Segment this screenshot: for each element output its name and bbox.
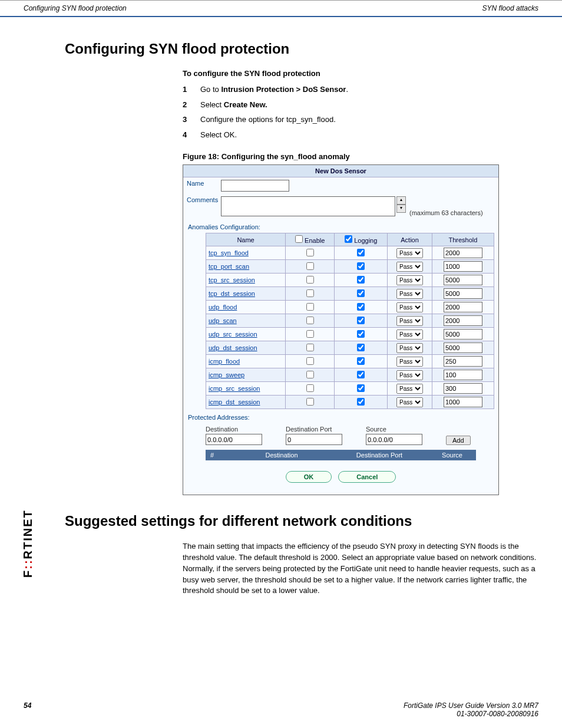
header-right: SYN flood attacks — [482, 4, 538, 12]
action-select[interactable]: Pass — [396, 316, 423, 326]
anomalies-header: Anomalies Configuration: — [183, 219, 498, 233]
step-2: Select Create New. — [200, 99, 267, 111]
port-input[interactable] — [286, 434, 342, 445]
anomaly-name[interactable]: udp_flood — [206, 301, 286, 314]
step-number: 3 — [183, 114, 200, 126]
procedure-title: To configure the SYN flood protection — [183, 69, 538, 78]
protected-header: Protected Addresses: — [183, 409, 498, 423]
src-label: Source — [366, 426, 422, 433]
threshold-input[interactable] — [444, 356, 482, 367]
col-logging[interactable]: Logging — [335, 233, 388, 246]
action-select[interactable]: Pass — [396, 370, 423, 380]
threshold-input[interactable] — [444, 248, 482, 258]
col-enable[interactable]: Enable — [286, 233, 335, 246]
comments-textarea[interactable] — [221, 196, 395, 216]
enable-checkbox[interactable] — [306, 289, 314, 297]
enable-checkbox[interactable] — [306, 330, 314, 338]
spinner-down-icon[interactable]: ▾ — [396, 205, 406, 213]
anomaly-name[interactable]: icmp_sweep — [206, 368, 286, 382]
col-threshold: Threshold — [432, 233, 494, 246]
action-select[interactable]: Pass — [396, 275, 423, 285]
action-select[interactable]: Pass — [396, 289, 423, 299]
enable-checkbox[interactable] — [306, 371, 314, 378]
anomaly-name[interactable]: icmp_src_session — [206, 382, 286, 396]
enable-checkbox[interactable] — [306, 249, 314, 256]
table-row: udp_scanPass — [206, 314, 494, 328]
table-row: udp_src_sessionPass — [206, 328, 494, 341]
threshold-input[interactable] — [444, 288, 482, 299]
action-select[interactable]: Pass — [396, 248, 423, 258]
table-row: tcp_src_sessionPass — [206, 274, 494, 287]
heading-configuring: Configuring SYN flood protection — [65, 41, 538, 57]
action-select[interactable]: Pass — [396, 262, 423, 272]
anomaly-name[interactable]: icmp_flood — [206, 355, 286, 368]
col-src: Source — [428, 450, 476, 460]
col-action: Action — [388, 233, 432, 246]
table-row: icmp_dst_sessionPass — [206, 396, 494, 409]
logging-all-checkbox[interactable] — [345, 235, 352, 243]
anomalies-table: Name Enable Logging Action Threshold tcp… — [206, 233, 494, 409]
threshold-input[interactable] — [444, 329, 482, 340]
spinner-up-icon[interactable]: ▴ — [396, 196, 406, 205]
src-input[interactable] — [366, 434, 422, 445]
logging-checkbox[interactable] — [357, 357, 365, 365]
table-row: icmp_src_sessionPass — [206, 382, 494, 396]
add-button[interactable]: Add — [446, 436, 471, 445]
logging-checkbox[interactable] — [357, 384, 365, 392]
logging-checkbox[interactable] — [357, 303, 365, 311]
enable-checkbox[interactable] — [306, 303, 314, 311]
ok-button[interactable]: OK — [286, 471, 332, 483]
action-select[interactable]: Pass — [396, 330, 423, 340]
anomaly-name[interactable]: udp_dst_session — [206, 341, 286, 355]
threshold-input[interactable] — [444, 342, 482, 353]
logging-checkbox[interactable] — [357, 344, 365, 351]
enable-checkbox[interactable] — [306, 276, 314, 284]
table-row: udp_dst_sessionPass — [206, 341, 494, 355]
action-select[interactable]: Pass — [396, 357, 423, 367]
dest-input[interactable] — [206, 434, 262, 445]
port-label: Destination Port — [286, 426, 342, 433]
anomaly-name[interactable]: tcp_src_session — [206, 274, 286, 287]
action-select[interactable]: Pass — [396, 343, 423, 353]
table-row: tcp_dst_sessionPass — [206, 287, 494, 301]
logging-checkbox[interactable] — [357, 249, 365, 256]
anomaly-name[interactable]: tcp_dst_session — [206, 287, 286, 301]
action-select[interactable]: Pass — [396, 384, 423, 394]
cancel-button[interactable]: Cancel — [338, 471, 396, 483]
enable-checkbox[interactable] — [306, 262, 314, 270]
threshold-input[interactable] — [444, 383, 482, 394]
dos-sensor-panel: New Dos Sensor Name Comments ▴▾ (maximum… — [183, 164, 499, 495]
anomaly-name[interactable]: udp_src_session — [206, 328, 286, 341]
anomaly-name[interactable]: udp_scan — [206, 314, 286, 328]
action-select[interactable]: Pass — [396, 397, 423, 407]
anomaly-name[interactable]: tcp_syn_flood — [206, 246, 286, 260]
logging-checkbox[interactable] — [357, 371, 365, 378]
threshold-input[interactable] — [444, 370, 482, 380]
logging-checkbox[interactable] — [357, 330, 365, 338]
threshold-input[interactable] — [444, 275, 482, 285]
logging-checkbox[interactable] — [357, 276, 365, 284]
enable-checkbox[interactable] — [306, 398, 314, 406]
action-select[interactable]: Pass — [396, 302, 423, 312]
table-row: icmp_sweepPass — [206, 368, 494, 382]
threshold-input[interactable] — [444, 315, 482, 326]
enable-checkbox[interactable] — [306, 317, 314, 324]
anomaly-name[interactable]: icmp_dst_session — [206, 396, 286, 409]
anomaly-name[interactable]: tcp_port_scan — [206, 260, 286, 274]
enable-checkbox[interactable] — [306, 357, 314, 365]
logging-checkbox[interactable] — [357, 289, 365, 297]
logging-checkbox[interactable] — [357, 398, 365, 406]
enable-all-checkbox[interactable] — [295, 235, 303, 243]
name-input[interactable] — [221, 180, 289, 192]
comments-spinner[interactable]: ▴▾ — [396, 196, 406, 213]
logging-checkbox[interactable] — [357, 317, 365, 324]
step-4: Select OK. — [200, 129, 237, 141]
header-left: Configuring SYN flood protection — [24, 4, 127, 12]
threshold-input[interactable] — [444, 397, 482, 407]
enable-checkbox[interactable] — [306, 344, 314, 351]
logging-checkbox[interactable] — [357, 262, 365, 270]
enable-checkbox[interactable] — [306, 384, 314, 392]
step-3: Configure the options for tcp_syn_flood. — [200, 114, 336, 126]
threshold-input[interactable] — [444, 302, 482, 312]
threshold-input[interactable] — [444, 261, 482, 272]
